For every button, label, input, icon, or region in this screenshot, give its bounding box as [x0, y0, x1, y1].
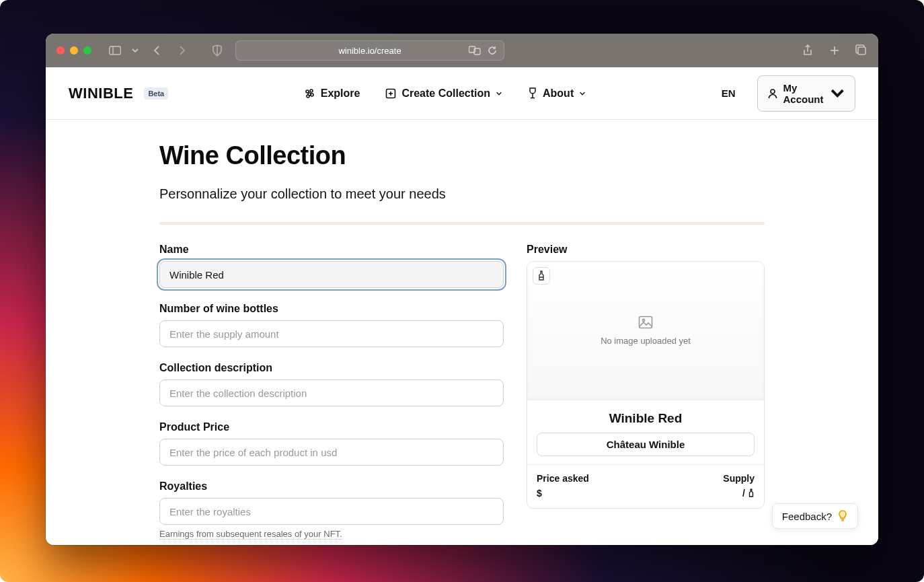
supply-label: Supply [723, 473, 755, 484]
chevron-down-icon [496, 90, 502, 97]
preview-vendor: Château Winible [537, 433, 755, 456]
name-input[interactable] [159, 261, 504, 288]
preview-column: Preview No image uploaded yet [527, 244, 765, 544]
preview-title: Winible Red [537, 411, 755, 426]
translate-icon[interactable] [469, 46, 481, 55]
nav-explore[interactable]: Explore [304, 87, 360, 100]
lightbulb-icon [837, 510, 848, 522]
minimize-window-button[interactable] [70, 46, 78, 54]
svg-point-18 [771, 89, 775, 94]
forward-button[interactable] [174, 42, 190, 59]
plus-square-icon [385, 88, 396, 99]
form-column: Name Number of wine bottles Collection d… [159, 244, 504, 544]
sidebar-toggle-icon[interactable] [109, 44, 121, 57]
user-icon [767, 88, 778, 99]
svg-point-8 [306, 90, 309, 93]
price-label: Product Price [159, 421, 504, 433]
bottle-icon [748, 488, 755, 498]
description-input[interactable] [159, 379, 504, 406]
language-selector[interactable]: EN [722, 87, 738, 99]
bottles-input[interactable] [159, 320, 504, 347]
desktop-wallpaper: winible.io/create [0, 0, 924, 582]
browser-window: winible.io/create [46, 34, 878, 545]
feedback-button[interactable]: Feedback? [772, 503, 858, 529]
preview-label: Preview [527, 244, 765, 256]
svg-point-12 [307, 95, 309, 98]
reload-icon[interactable] [488, 46, 497, 55]
window-controls [56, 46, 91, 54]
price-asked-label: Price asked [537, 473, 589, 484]
divider [159, 222, 765, 225]
svg-point-9 [310, 89, 313, 92]
sidebar-dropdown-icon[interactable] [129, 44, 141, 57]
preview-image-area: No image uploaded yet [527, 262, 764, 400]
svg-rect-0 [110, 46, 121, 54]
maximize-window-button[interactable] [83, 46, 91, 54]
nav-create-collection[interactable]: Create Collection [385, 87, 502, 100]
tabs-overview-icon[interactable] [855, 44, 868, 57]
no-image-text: No image uploaded yet [601, 336, 691, 346]
new-tab-icon[interactable] [829, 44, 841, 57]
name-label: Name [159, 244, 504, 256]
share-icon[interactable] [802, 44, 814, 57]
description-label: Collection description [159, 362, 504, 374]
royalties-input[interactable] [159, 498, 504, 525]
back-button[interactable] [149, 42, 165, 59]
my-account-button[interactable]: My Account [757, 75, 855, 112]
preview-card: No image uploaded yet Winible Red Châtea… [527, 261, 765, 509]
price-asked-value: $ [537, 488, 589, 499]
svg-point-21 [642, 319, 644, 321]
beta-badge: Beta [144, 87, 168, 100]
privacy-shield-icon[interactable] [211, 44, 223, 57]
image-placeholder-icon [638, 316, 653, 329]
nav-about[interactable]: About [528, 87, 586, 100]
close-window-button[interactable] [56, 46, 65, 54]
site-logo[interactable]: WINIBLE [69, 85, 133, 102]
svg-point-11 [311, 94, 313, 96]
grapes-icon [304, 87, 315, 99]
url-bar[interactable]: winible.io/create [235, 40, 504, 61]
supply-value: / [742, 488, 755, 499]
site-header: WINIBLE Beta Explore Create Collection [46, 67, 878, 120]
chevron-down-icon [829, 85, 845, 101]
page-content: WINIBLE Beta Explore Create Collection [46, 67, 878, 545]
bottles-label: Number of wine bottles [159, 303, 504, 315]
chevron-down-icon [579, 90, 586, 97]
wine-glass-icon [528, 87, 537, 100]
svg-rect-7 [858, 47, 865, 54]
browser-toolbar: winible.io/create [46, 34, 878, 67]
page-body: Wine Collection Personnalize your collec… [159, 120, 765, 545]
page-title: Wine Collection [159, 141, 765, 170]
price-input[interactable] [159, 439, 504, 466]
royalties-hint: Earnings from subsequent resales of your… [159, 529, 342, 540]
page-subtitle: Personnalize your collection to meet you… [159, 186, 765, 202]
main-nav: Explore Create Collection About [304, 87, 586, 100]
url-text: winible.io/create [338, 46, 401, 56]
royalties-label: Royalties [159, 480, 504, 493]
bottle-badge-icon [533, 267, 550, 285]
svg-rect-20 [640, 317, 652, 328]
